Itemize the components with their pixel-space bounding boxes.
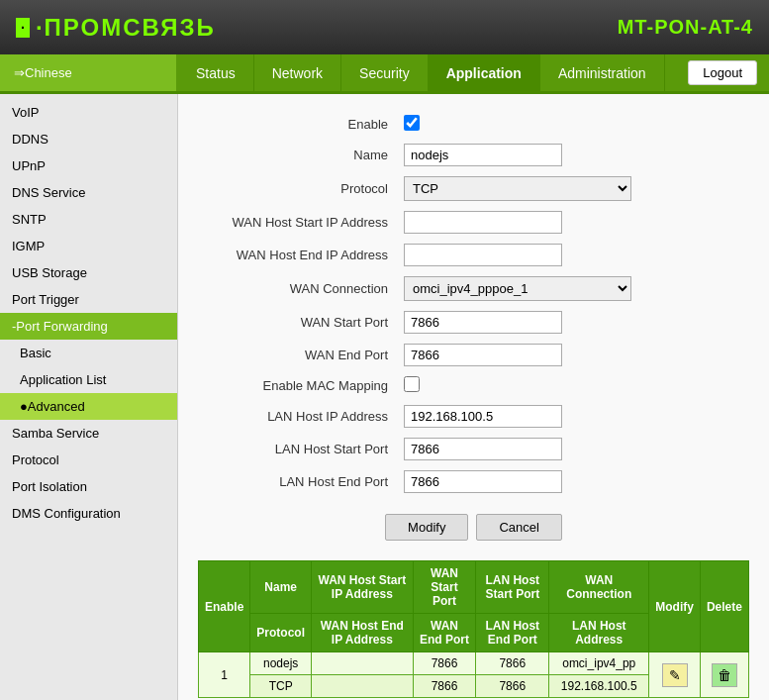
lan-host-start-port-input-cell	[396, 433, 749, 465]
th-modify: Modify	[649, 561, 701, 652]
lan-host-end-port-label: LAN Host End Port	[198, 465, 396, 498]
cancel-button[interactable]: Cancel	[476, 514, 561, 541]
lan-host-end-port-input[interactable]	[404, 470, 562, 493]
enable-mac-checkbox[interactable]	[404, 376, 420, 392]
row-wan-host-start	[312, 652, 414, 675]
lan-host-start-port-label: LAN Host Start Port	[198, 433, 396, 465]
form-row-wan-host-start: WAN Host Start IP Address	[198, 206, 749, 239]
th-wan-host-start-ip: WAN Host Start IP Address	[312, 561, 414, 614]
form-row-lan-host-ip: LAN Host IP Address	[198, 400, 749, 433]
enable-mac-label: Enable MAC Mapping	[198, 371, 396, 400]
edit-button[interactable]: ✎	[662, 663, 688, 687]
name-input[interactable]	[404, 144, 562, 166]
form-row-wan-host-end: WAN Host End IP Address	[198, 239, 749, 271]
lan-host-ip-label: LAN Host IP Address	[198, 400, 396, 433]
wan-host-end-input-cell	[396, 239, 749, 271]
wan-end-port-input-cell	[396, 339, 749, 371]
form-row-wan-start-port: WAN Start Port	[198, 306, 749, 339]
row-name: nodejs	[250, 652, 312, 675]
th-lan-host-end-port: LAN Host End Port	[476, 614, 549, 652]
config-form: Enable Name Protocol TCP UDP TCP/UDP	[198, 110, 749, 498]
nav-bar: Chinese Status Network Security Applicat…	[0, 54, 769, 94]
logout-button[interactable]: Logout	[688, 60, 757, 85]
table-header-row1: Enable Name WAN Host Start IP Address WA…	[199, 561, 749, 614]
wan-start-port-input-cell	[396, 306, 749, 339]
th-delete: Delete	[700, 561, 748, 652]
sidebar-item-dns-service[interactable]: DNS Service	[0, 179, 177, 206]
form-buttons: Modify Cancel	[198, 514, 749, 541]
sidebar-item-port-trigger[interactable]: Port Trigger	[0, 286, 177, 313]
lan-host-start-port-input[interactable]	[404, 438, 562, 460]
sidebar-item-basic[interactable]: Basic	[0, 340, 177, 366]
th-wan-end-port: WAN End Port	[413, 614, 476, 652]
logo-text: ·ПРОМСВЯЗЬ	[36, 14, 216, 42]
content-area: Enable Name Protocol TCP UDP TCP/UDP	[178, 94, 769, 700]
nav-tabs: Status Network Security Application Admi…	[178, 54, 676, 91]
sidebar-item-protocol[interactable]: Protocol	[0, 447, 177, 473]
lan-host-ip-input-cell	[396, 400, 749, 433]
enable-mac-input-cell	[396, 371, 749, 400]
wan-start-port-label: WAN Start Port	[198, 306, 396, 339]
tab-security[interactable]: Security	[341, 54, 429, 91]
form-row-wan-connection: WAN Connection omci_ipv4_pppoe_1	[198, 271, 749, 306]
row-wan-end-port: 7866	[413, 675, 476, 698]
name-label: Name	[198, 139, 396, 171]
row-num: 1	[199, 652, 250, 698]
protocol-select[interactable]: TCP UDP TCP/UDP	[404, 176, 631, 201]
sidebar: VoIP DDNS UPnP DNS Service SNTP IGMP USB…	[0, 94, 178, 700]
tab-application[interactable]: Application	[429, 54, 540, 91]
th-wan-host-end-ip: WAN Host End IP Address	[312, 614, 414, 652]
wan-host-end-input[interactable]	[404, 244, 562, 266]
wan-host-start-input[interactable]	[404, 211, 562, 234]
main-content: VoIP DDNS UPnP DNS Service SNTP IGMP USB…	[0, 94, 769, 700]
table-row: 1 nodejs 7866 7866 omci_ipv4_pp ✎ 🗑	[199, 652, 749, 675]
delete-button[interactable]: 🗑	[712, 663, 737, 687]
tab-network[interactable]: Network	[254, 54, 341, 91]
enable-checkbox[interactable]	[404, 115, 420, 131]
form-row-lan-host-end-port: LAN Host End Port	[198, 465, 749, 498]
row-lan-host-end-port: 7866	[476, 675, 549, 698]
logout-area: Logout	[676, 54, 769, 91]
lan-host-ip-input[interactable]	[404, 405, 562, 428]
wan-connection-label: WAN Connection	[198, 271, 396, 306]
wan-connection-input-cell: omci_ipv4_pppoe_1	[396, 271, 749, 306]
form-row-enable-mac: Enable MAC Mapping	[198, 371, 749, 400]
sidebar-item-igmp[interactable]: IGMP	[0, 233, 177, 259]
brand-name: MT-PON-AT-4	[618, 16, 753, 39]
wan-host-start-label: WAN Host Start IP Address	[198, 206, 396, 239]
header: · ·ПРОМСВЯЗЬ MT-PON-AT-4	[0, 0, 769, 54]
row-protocol: TCP	[250, 675, 312, 698]
th-lan-host-address: LAN Host Address	[549, 614, 649, 652]
modify-button[interactable]: Modify	[385, 514, 468, 541]
sidebar-item-usb-storage[interactable]: USB Storage	[0, 259, 177, 286]
row-lan-host-start-port: 7866	[476, 652, 549, 675]
form-row-lan-host-start-port: LAN Host Start Port	[198, 433, 749, 465]
protocol-input-cell: TCP UDP TCP/UDP	[396, 171, 749, 206]
sidebar-item-sntp[interactable]: SNTP	[0, 206, 177, 233]
wan-connection-select[interactable]: omci_ipv4_pppoe_1	[404, 276, 631, 301]
sidebar-item-port-forwarding[interactable]: -Port Forwarding	[0, 313, 177, 340]
wan-end-port-input[interactable]	[404, 344, 562, 366]
wan-end-port-label: WAN End Port	[198, 339, 396, 371]
sidebar-item-port-isolation[interactable]: Port Isolation	[0, 473, 177, 500]
form-row-name: Name	[198, 139, 749, 171]
sidebar-item-voip[interactable]: VoIP	[0, 99, 177, 126]
sidebar-item-dms-configuration[interactable]: DMS Configuration	[0, 500, 177, 527]
sidebar-item-advanced[interactable]: ●Advanced	[0, 393, 177, 420]
sidebar-item-ddns[interactable]: DDNS	[0, 126, 177, 152]
sidebar-item-upnp[interactable]: UPnP	[0, 152, 177, 179]
form-row-wan-end-port: WAN End Port	[198, 339, 749, 371]
row-delete-cell: 🗑	[700, 652, 748, 698]
row-lan-host-address: 192.168.100.5	[549, 675, 649, 698]
tab-status[interactable]: Status	[178, 54, 254, 91]
th-name: Name	[250, 561, 312, 614]
th-enable: Enable	[199, 561, 250, 652]
sidebar-item-samba-service[interactable]: Samba Service	[0, 420, 177, 447]
th-protocol: Protocol	[250, 614, 312, 652]
nav-lang[interactable]: Chinese	[0, 54, 178, 91]
sidebar-item-application-list[interactable]: Application List	[0, 366, 177, 393]
tab-administration[interactable]: Administration	[540, 54, 665, 91]
row-wan-start-port: 7866	[413, 652, 476, 675]
wan-host-start-input-cell	[396, 206, 749, 239]
wan-start-port-input[interactable]	[404, 311, 562, 334]
